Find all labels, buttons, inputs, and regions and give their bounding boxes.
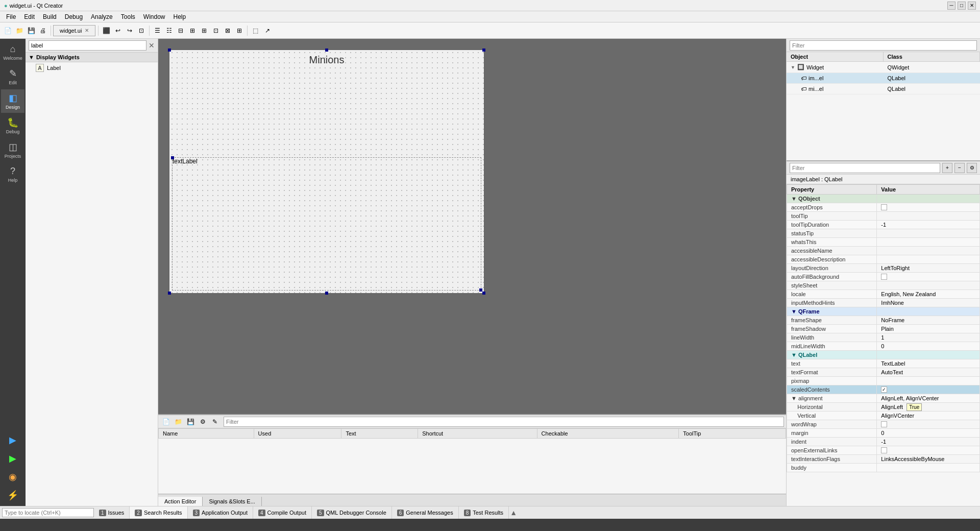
- prop-value-cell[interactable]: AlignLeft True: [877, 403, 980, 412]
- prop-value-cell[interactable]: AlignLeft, AlignVCenter: [877, 394, 980, 403]
- toolbar-design-btn4[interactable]: ⊡: [136, 25, 147, 36]
- props-row-scaledcontents[interactable]: scaledContents ✓: [787, 385, 980, 394]
- sidebar-profile[interactable]: ◉: [1, 468, 24, 486]
- prop-value-cell[interactable]: Plain: [877, 325, 980, 333]
- widget-search-clear[interactable]: ✕: [149, 41, 155, 50]
- sidebar-run[interactable]: ▶: [1, 450, 24, 467]
- prop-value-cell[interactable]: 0: [877, 342, 980, 351]
- prop-value-cell[interactable]: AutoText: [877, 368, 980, 377]
- tree-row-imlabel[interactable]: 🏷 im...el QLabel: [787, 73, 980, 84]
- tree-row-milabel[interactable]: 🏷 mi...el QLabel: [787, 84, 980, 94]
- toolbar-save[interactable]: 💾: [26, 25, 37, 36]
- handle-br[interactable]: [482, 292, 485, 295]
- sidebar-terminal[interactable]: ⚡: [1, 487, 24, 504]
- prop-value-cell[interactable]: ✓: [877, 385, 980, 394]
- prop-value-cell[interactable]: [877, 420, 980, 429]
- menu-tools[interactable]: Tools: [117, 12, 139, 21]
- prop-value-cell[interactable]: [877, 377, 980, 385]
- action-filter-input[interactable]: [224, 417, 784, 427]
- maximize-button[interactable]: □: [958, 2, 966, 10]
- status-tab-qml-debug[interactable]: 5 QML Debugger Console: [312, 506, 392, 519]
- prop-value-cell[interactable]: [877, 212, 980, 221]
- prop-value-cell[interactable]: -1: [877, 438, 980, 446]
- status-tab-search[interactable]: 2 Search Results: [130, 506, 187, 519]
- prop-value-cell[interactable]: [877, 238, 980, 247]
- menu-build[interactable]: Build: [39, 12, 61, 21]
- toolbar-design-btn2[interactable]: ↩: [112, 25, 124, 36]
- prop-value-cell[interactable]: NoFrame: [877, 316, 980, 325]
- file-tab-close[interactable]: ✕: [85, 28, 89, 33]
- prop-value-cell[interactable]: AlignVCenter: [877, 412, 980, 420]
- prop-value-cell[interactable]: [877, 281, 980, 290]
- toolbar-new[interactable]: 📄: [2, 25, 13, 36]
- sidebar-projects[interactable]: ◫ Projects: [1, 138, 24, 162]
- prop-checkbox[interactable]: [881, 274, 887, 280]
- handle-bl[interactable]: [168, 292, 171, 295]
- toolbar-adjust-size[interactable]: ⊞: [234, 25, 245, 36]
- props-filter-input[interactable]: [790, 163, 940, 173]
- object-filter-input[interactable]: [790, 40, 977, 51]
- prop-value-cell[interactable]: TextLabel: [877, 359, 980, 368]
- props-add-button[interactable]: +: [942, 163, 952, 173]
- status-tab-compile[interactable]: 4 Compile Output: [253, 506, 312, 519]
- status-tab-issues[interactable]: 1 Issues: [94, 506, 130, 519]
- sidebar-design[interactable]: ◧ Design: [1, 89, 24, 113]
- prop-value-cell[interactable]: English, New Zealand: [877, 290, 980, 299]
- prop-value-cell[interactable]: [877, 229, 980, 238]
- prop-checkbox[interactable]: [881, 204, 887, 210]
- action-configure[interactable]: ⚙: [197, 416, 208, 427]
- action-tab-signals[interactable]: Signals &Slots E...: [203, 497, 262, 506]
- toolbar-layout-grid[interactable]: ⊞: [199, 25, 210, 36]
- menu-window[interactable]: Window: [139, 12, 169, 21]
- handle-tl[interactable]: [168, 49, 171, 52]
- prop-value-cell[interactable]: LeftToRight: [877, 264, 980, 273]
- status-search-input[interactable]: [2, 508, 94, 517]
- status-tab-app-output[interactable]: 3 Application Output: [188, 506, 253, 519]
- action-new[interactable]: 📄: [160, 416, 172, 427]
- sidebar-help[interactable]: ? Help: [1, 163, 24, 186]
- toolbar-layout-split-h[interactable]: ⊟: [175, 25, 186, 36]
- toolbar-buddy[interactable]: ↗: [262, 25, 273, 36]
- text-handle-tl[interactable]: [171, 156, 174, 159]
- prop-value-cell[interactable]: ImhNone: [877, 299, 980, 307]
- toolbar-design-btn1[interactable]: ⬛: [101, 25, 112, 36]
- toolbar-open[interactable]: 📁: [14, 25, 25, 36]
- toolbar-layout-h[interactable]: ☰: [152, 25, 163, 36]
- status-tab-test[interactable]: 8 Test Results: [459, 506, 509, 519]
- status-arrow-up[interactable]: ▲: [509, 509, 518, 517]
- menu-debug[interactable]: Debug: [61, 12, 87, 21]
- prop-value-cell[interactable]: -1: [877, 221, 980, 229]
- prop-value-cell[interactable]: [877, 255, 980, 264]
- action-tab-editor[interactable]: Action Editor: [158, 497, 203, 506]
- tree-row-widget[interactable]: ▼ 🔲 Widget QWidget: [787, 62, 980, 73]
- props-del-button[interactable]: −: [954, 163, 965, 173]
- text-label-container[interactable]: textLabel: [172, 157, 481, 291]
- prop-checkbox[interactable]: [881, 447, 887, 453]
- prop-checkbox[interactable]: [881, 421, 887, 427]
- toolbar-design-btn3[interactable]: ↪: [124, 25, 135, 36]
- sidebar-debug2[interactable]: ▶: [1, 431, 24, 449]
- menu-help[interactable]: Help: [169, 12, 190, 21]
- file-tab-widget[interactable]: widget.ui ✕: [53, 25, 95, 36]
- sidebar-welcome[interactable]: ⌂ Welcome: [1, 41, 24, 64]
- sidebar-edit[interactable]: ✎ Edit: [1, 65, 24, 88]
- toolbar-layout-split-v[interactable]: ⊞: [187, 25, 198, 36]
- prop-value-cell[interactable]: LinksAccessibleByMouse: [877, 455, 980, 464]
- action-save[interactable]: 💾: [185, 416, 196, 427]
- status-tab-general[interactable]: 6 General Messages: [392, 506, 459, 519]
- toolbar-layout-form[interactable]: ⊡: [210, 25, 222, 36]
- menu-edit[interactable]: Edit: [20, 12, 39, 21]
- prop-value-cell[interactable]: 0: [877, 429, 980, 438]
- prop-value-cell[interactable]: [877, 247, 980, 255]
- prop-value-cell[interactable]: [877, 464, 980, 472]
- toolbar-break-layout[interactable]: ⊠: [222, 25, 233, 36]
- action-run[interactable]: ✎: [209, 416, 220, 427]
- handle-bm[interactable]: [325, 292, 328, 295]
- widget-search-input[interactable]: [29, 40, 146, 51]
- status-search[interactable]: [2, 508, 94, 517]
- prop-value-cell[interactable]: 1: [877, 333, 980, 342]
- widget-category-display[interactable]: ▼ Display Widgets: [26, 53, 158, 62]
- action-open[interactable]: 📁: [173, 416, 184, 427]
- sidebar-debug[interactable]: 🐛 Debug: [1, 114, 24, 137]
- widget-canvas[interactable]: Minions textLabel: [168, 49, 485, 294]
